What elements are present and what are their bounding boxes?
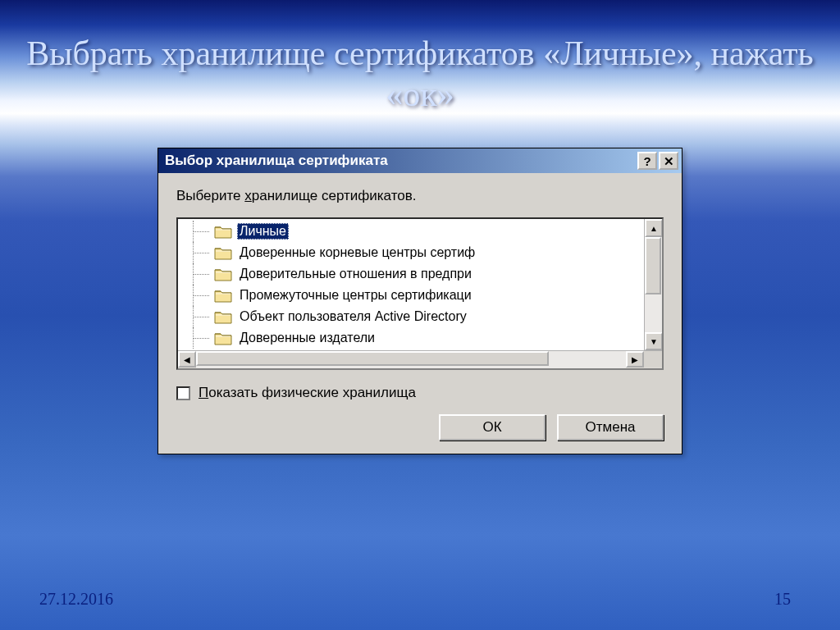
tree-item-label: Промежуточные центры сертификаци <box>237 287 474 304</box>
tree-list: ЛичныеДоверенные корневые центры сертифД… <box>178 219 644 350</box>
tree-connector-icon <box>186 285 214 306</box>
instruction-prefix: Выберите <box>176 188 244 203</box>
hscroll-track[interactable] <box>196 351 626 368</box>
folder-icon <box>214 310 232 324</box>
titlebar-buttons: ? ✕ <box>637 152 678 170</box>
tree-connector-icon <box>186 221 214 242</box>
button-row: ОК Отмена <box>176 414 664 441</box>
checkbox-row[interactable]: Показать физические хранилища <box>176 385 664 401</box>
tree-item-label: Доверенные издатели <box>237 330 377 346</box>
tree-item-label: Объект пользователя Active Directory <box>237 308 469 325</box>
tree-item[interactable]: Доверенные издатели <box>178 327 644 349</box>
tree-connector-icon <box>186 242 214 263</box>
tree-item[interactable]: Доверенные корневые центры сертиф <box>178 242 644 263</box>
horizontal-scrollbar[interactable]: ◀ ▶ <box>178 350 662 368</box>
folder-icon <box>214 331 232 345</box>
tree-item[interactable]: Доверительные отношения в предпри <box>178 263 644 285</box>
instruction-text: Выберите хранилище сертификатов. <box>176 188 664 204</box>
instruction-suffix: ранилище сертификатов. <box>252 188 417 203</box>
hscroll-thumb[interactable] <box>196 351 549 366</box>
scroll-right-button[interactable]: ▶ <box>626 351 644 368</box>
checkbox-hotkey: П <box>199 385 208 400</box>
scroll-up-button[interactable]: ▲ <box>645 219 662 237</box>
vscroll-track[interactable] <box>645 237 662 332</box>
arrow-right-icon: ▶ <box>632 355 638 364</box>
checkbox-text: оказать физические хранилища <box>208 385 416 400</box>
footer-date: 27.12.2016 <box>39 590 113 609</box>
folder-icon <box>214 246 232 260</box>
dialog-body: Выберите хранилище сертификатов. ЛичныеД… <box>158 173 682 454</box>
tree-item[interactable]: Объект пользователя Active Directory <box>178 306 644 327</box>
folder-icon <box>214 289 232 303</box>
arrow-left-icon: ◀ <box>184 355 190 364</box>
scroll-corner <box>644 351 662 368</box>
tree-item-label: Доверительные отношения в предпри <box>237 266 474 282</box>
vertical-scrollbar[interactable]: ▲ ▼ <box>644 219 662 350</box>
cancel-button[interactable]: Отмена <box>557 414 664 441</box>
tree-item-label: Доверенные корневые центры сертиф <box>237 244 477 261</box>
tree-connector-icon <box>186 327 214 349</box>
help-button[interactable]: ? <box>637 152 657 170</box>
tree-connector-icon <box>186 306 214 327</box>
titlebar[interactable]: Выбор хранилища сертификата ? ✕ <box>158 148 682 173</box>
close-button[interactable]: ✕ <box>659 152 678 170</box>
folder-icon <box>214 225 232 239</box>
scroll-left-button[interactable]: ◀ <box>178 351 196 368</box>
instruction-hotkey: х <box>244 188 252 203</box>
dialog-window: Выбор хранилища сертификата ? ✕ Выберите… <box>158 148 682 454</box>
tree-item[interactable]: Промежуточные центры сертификаци <box>178 285 644 306</box>
tree-item-label: Личные <box>237 223 289 240</box>
vscroll-thumb[interactable] <box>645 237 661 294</box>
slide-title: Выбрать хранилище сертификатов «Личные»,… <box>0 33 840 116</box>
arrow-up-icon: ▲ <box>650 224 658 233</box>
tree-connector-icon <box>186 263 214 285</box>
checkbox-label: Показать физические хранилища <box>199 385 416 401</box>
tree-item[interactable]: Личные <box>178 221 644 242</box>
tree-listbox[interactable]: ЛичныеДоверенные корневые центры сертифД… <box>176 217 664 370</box>
scroll-down-button[interactable]: ▼ <box>645 332 662 350</box>
dialog-title: Выбор хранилища сертификата <box>165 153 388 169</box>
ok-button[interactable]: ОК <box>439 414 546 441</box>
show-physical-checkbox[interactable] <box>176 386 190 400</box>
folder-icon <box>214 267 232 281</box>
footer-page-number: 15 <box>774 590 791 609</box>
arrow-down-icon: ▼ <box>650 337 658 346</box>
